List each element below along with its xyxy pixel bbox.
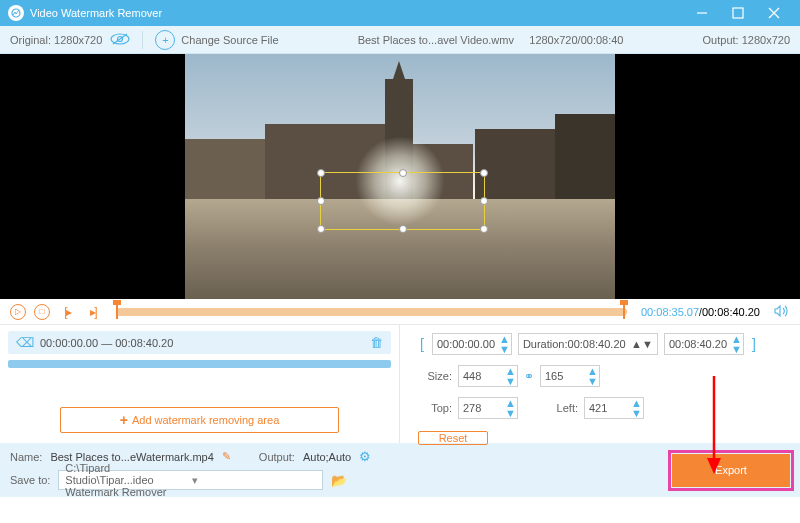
dropdown-icon[interactable]: ▾ [192, 474, 315, 487]
segment-bar[interactable] [8, 360, 391, 368]
minimize-button[interactable] [684, 0, 720, 26]
set-start-button[interactable]: [▸ [58, 304, 76, 320]
edit-name-icon[interactable]: ✎ [222, 450, 231, 463]
left-label: Left: [544, 402, 578, 414]
top-field[interactable]: 278▲▼ [458, 397, 518, 419]
size-label: Size: [418, 370, 452, 382]
preview-toggle-icon[interactable] [110, 32, 130, 48]
duration-field[interactable]: Duration:00:08:40.20▲▼ [518, 333, 658, 355]
resize-handle-bm[interactable] [399, 225, 407, 233]
resize-handle-ml[interactable] [317, 197, 325, 205]
resize-handle-tm[interactable] [399, 169, 407, 177]
resize-handle-mr[interactable] [480, 197, 488, 205]
original-resolution: 1280x720 [54, 34, 102, 46]
output-profile: Auto;Auto [303, 451, 351, 463]
toolbar: Original: 1280x720 + Change Source File … [0, 26, 800, 54]
total-time: 00:08:40.20 [702, 306, 760, 318]
resize-handle-br[interactable] [480, 225, 488, 233]
file-meta: 1280x720/00:08:40 [529, 34, 623, 46]
svg-rect-2 [733, 8, 743, 18]
svg-line-7 [113, 34, 127, 44]
watermark-selection-box[interactable] [320, 172, 485, 230]
play-button[interactable]: ▷ [10, 304, 26, 320]
app-title: Video Watermark Remover [30, 7, 684, 19]
playback-bar: ▷ □ [▸ ▸] 00:08:35.07/00:08:40.20 [0, 299, 800, 325]
video-frame[interactable] [185, 54, 615, 299]
export-button[interactable]: Export [672, 454, 790, 487]
reset-button[interactable]: Reset [418, 431, 488, 445]
segments-panel: ⌫ 00:00:00.00 — 00:08:40.20 🗑 + Add wate… [0, 325, 400, 443]
saveto-label: Save to: [10, 474, 50, 486]
add-source-icon[interactable]: + [155, 30, 175, 50]
width-field[interactable]: 448▲▼ [458, 365, 518, 387]
resize-handle-tr[interactable] [480, 169, 488, 177]
app-logo-icon [8, 5, 24, 21]
start-time-field[interactable]: 00:00:00.00▲▼ [432, 333, 512, 355]
segment-range: 00:00:00.00 — 00:08:40.20 [40, 337, 370, 349]
resize-handle-bl[interactable] [317, 225, 325, 233]
plus-icon: + [120, 412, 128, 428]
titlebar: Video Watermark Remover [0, 0, 800, 26]
eraser-icon: ⌫ [16, 335, 34, 350]
set-end-button[interactable]: ▸] [84, 304, 102, 320]
timeline-end-marker[interactable] [623, 305, 625, 319]
segment-item[interactable]: ⌫ 00:00:00.00 — 00:08:40.20 🗑 [8, 331, 391, 354]
current-filename: Best Places to...avel Video.wmv [358, 34, 514, 46]
change-source-button[interactable]: Change Source File [181, 34, 278, 46]
output-profile-label: Output: [259, 451, 295, 463]
top-label: Top: [418, 402, 452, 414]
stop-button[interactable]: □ [34, 304, 50, 320]
link-aspect-icon[interactable]: ⚭ [524, 369, 534, 383]
left-field[interactable]: 421▲▼ [584, 397, 644, 419]
current-time: 00:08:35.07 [641, 306, 699, 318]
bottom-bar: Name: Best Places to...eWatermark.mp4 ✎ … [0, 443, 800, 497]
output-name: Best Places to...eWatermark.mp4 [50, 451, 213, 463]
resize-handle-tl[interactable] [317, 169, 325, 177]
output-settings-icon[interactable]: ⚙ [359, 449, 371, 464]
height-field[interactable]: 165▲▼ [540, 365, 600, 387]
original-label: Original: [10, 34, 51, 46]
time-display: 00:08:35.07/00:08:40.20 [641, 306, 760, 318]
close-button[interactable] [756, 0, 792, 26]
bracket-start-icon[interactable]: [ [418, 336, 426, 352]
end-time-field[interactable]: 00:08:40.20▲▼ [664, 333, 744, 355]
volume-icon[interactable] [774, 304, 790, 320]
bracket-end-icon[interactable]: ] [750, 336, 758, 352]
output-label: Output: [703, 34, 739, 46]
timeline-start-marker[interactable] [116, 305, 118, 319]
video-preview-area [0, 54, 800, 299]
browse-folder-icon[interactable]: 📂 [331, 473, 347, 488]
name-label: Name: [10, 451, 42, 463]
output-resolution: 1280x720 [742, 34, 790, 46]
delete-segment-icon[interactable]: 🗑 [370, 335, 383, 350]
add-watermark-area-button[interactable]: + Add watermark removing area [60, 407, 339, 433]
properties-panel: [ 00:00:00.00▲▼ Duration:00:08:40.20▲▼ 0… [400, 325, 800, 443]
timeline-slider[interactable] [116, 308, 627, 316]
saveto-path-field[interactable]: C:\Tipard Studio\Tipar...ideo Watermark … [58, 470, 322, 490]
maximize-button[interactable] [720, 0, 756, 26]
